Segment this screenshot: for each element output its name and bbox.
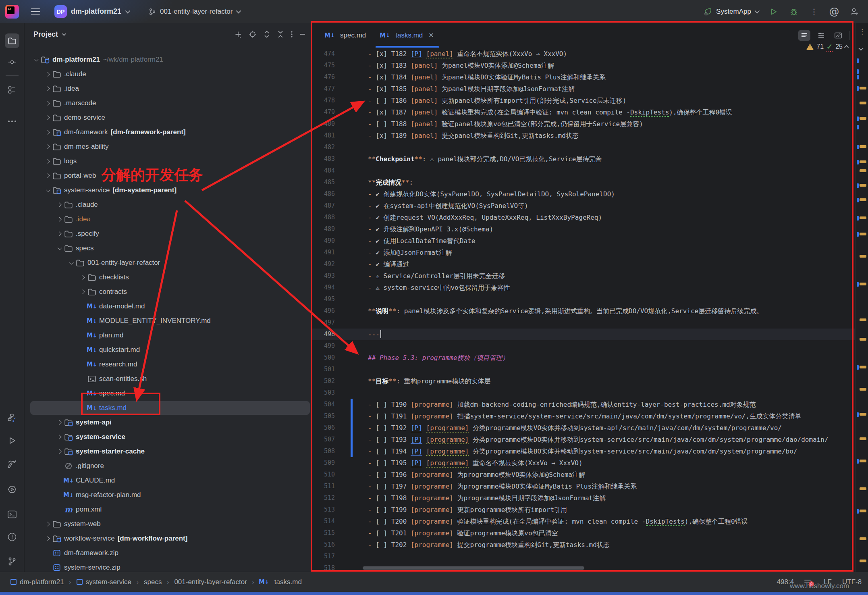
tree-item-.claude[interactable]: .claude: [25, 198, 311, 212]
project-switcher[interactable]: DP dm-platform21: [54, 5, 129, 18]
commit-tool-icon[interactable]: [5, 55, 19, 69]
editor-line-487[interactable]: 487- ✔ 在system-api中创建规范化VO(SysPanelVO等): [311, 200, 855, 212]
editor-line-493[interactable]: 493- ⚠ Service/Controller层引用未完全迁移: [311, 270, 855, 282]
tree-chevron-icon[interactable]: [43, 73, 52, 76]
stripe-change-mark[interactable]: [857, 145, 859, 149]
tree-item-.idea[interactable]: .idea: [25, 81, 311, 96]
tree-item-dm-mes-ability[interactable]: dm-mes-ability: [25, 139, 311, 154]
tab-spec.md[interactable]: M↓spec.md: [318, 23, 373, 48]
editor-line-482[interactable]: 482: [311, 141, 855, 153]
editor-line-476[interactable]: 476- [x] T184 [panel] 为panel模块DO实体验证MyBa…: [311, 71, 855, 83]
stripe-change-mark[interactable]: [857, 75, 859, 79]
tree-item-001-entity-layer-refactor[interactable]: 001-entity-layer-refactor: [25, 256, 311, 270]
breadcrumb-item-system-service[interactable]: system-service: [77, 578, 131, 586]
tree-item-dm-framework.zip[interactable]: dm-framework.zip: [25, 546, 311, 560]
breadcrumb-item-specs[interactable]: specs: [144, 578, 162, 586]
editor-line-485[interactable]: 485**完成情况**:: [311, 177, 855, 188]
stripe-change-mark[interactable]: [857, 86, 859, 91]
editor-line-478[interactable]: 478- [ ] T186 [panel] 更新panel模块所有import引…: [311, 95, 855, 106]
tree-item-CLAUDE.md[interactable]: M↓CLAUDE.md: [25, 473, 311, 488]
editor-line-488[interactable]: 488- ✔ 创建request VO(AddXxxReq, UpdateXxx…: [311, 212, 855, 223]
stripe-change-mark[interactable]: [857, 459, 859, 464]
run-button[interactable]: [769, 7, 779, 17]
tree-item-demo-service[interactable]: demo-service: [25, 110, 311, 125]
tree-item-data-model.md[interactable]: M↓data-model.md: [25, 299, 311, 314]
editor-line-496[interactable]: 496**说明**: panel模块涉及多个实体和复杂的Service逻辑,采用…: [311, 305, 855, 317]
editor-line-510[interactable]: 510- [ ] T196 [programme] 为programme模块VO…: [311, 469, 855, 481]
add-user-icon[interactable]: [849, 7, 859, 17]
stripe-change-mark[interactable]: [857, 117, 859, 121]
breadcrumb-item-001-entity-layer-refactor[interactable]: 001-entity-layer-refactor: [174, 578, 247, 586]
tree-chevron-icon[interactable]: [43, 160, 52, 163]
editor-line-474[interactable]: 474- [x] T182 [P] [panel] 重命名不规范实体(XxxVo…: [311, 48, 855, 60]
tree-chevron-icon[interactable]: [54, 218, 64, 221]
tree-item-portal-web[interactable]: portal-web: [25, 169, 311, 183]
tree-item-.gitignore[interactable]: .gitignore: [25, 459, 311, 473]
stripe-warning-mark[interactable]: [860, 283, 866, 285]
tree-chevron-icon[interactable]: [43, 87, 52, 90]
expand-all-icon[interactable]: [263, 30, 270, 38]
stripe-change-mark[interactable]: [857, 216, 859, 221]
locate-file-icon[interactable]: [249, 30, 257, 38]
panel-options-icon[interactable]: [291, 30, 293, 38]
tree-item-dm-platform21[interactable]: dm-platform21~/wk/dm-platform21: [25, 52, 311, 67]
add-icon[interactable]: [234, 30, 242, 38]
editor-line-498[interactable]: 498---: [311, 329, 855, 340]
stripe-warning-mark[interactable]: [860, 102, 866, 104]
code-area[interactable]: 474- [x] T182 [P] [panel] 重命名不规范实体(XxxVo…: [311, 48, 855, 572]
editor-line-495[interactable]: 495: [311, 293, 855, 305]
tree-chevron-icon[interactable]: [54, 232, 64, 235]
stripe-change-mark[interactable]: [857, 232, 859, 237]
editor-line-475[interactable]: 475- [x] T183 [panel] 为panel模块VO实体添加@Sch…: [311, 60, 855, 71]
tree-chevron-icon[interactable]: [43, 131, 52, 134]
editor-line-477[interactable]: 477- [x] T185 [panel] 为panel模块日期字段添加@Jso…: [311, 83, 855, 95]
stripe-change-mark[interactable]: [857, 282, 859, 287]
stripe-change-mark[interactable]: [857, 183, 859, 188]
tree-item-checklists[interactable]: checklists: [25, 270, 311, 285]
stripe-change-mark[interactable]: [857, 125, 859, 129]
breadcrumb-item-tasks.md[interactable]: M↓tasks.md: [260, 578, 302, 586]
vcs-branch-widget[interactable]: 001-entity-layer-refactor: [148, 8, 240, 16]
run-configuration-select[interactable]: SystemApp: [704, 7, 758, 16]
editor-line-516[interactable]: 516- [ ] T202 [programme] 提交programme模块重…: [311, 539, 855, 551]
tree-item-system-starter-cache[interactable]: system-starter-cache: [25, 444, 311, 459]
editor-line-508[interactable]: 508- [ ] T194 [P] [programme] 分类programm…: [311, 445, 855, 457]
tree-item-plan.md[interactable]: M↓plan.md: [25, 328, 311, 343]
tree-item-.marscode[interactable]: .marscode: [25, 96, 311, 110]
editor-line-512[interactable]: 512- [ ] T198 [programme] 为programme模块日期…: [311, 492, 855, 504]
tree-item-tasks.md[interactable]: M↓tasks.md: [25, 401, 311, 415]
git-tool-icon[interactable]: [5, 554, 19, 569]
editor-line-490[interactable]: 490- ✔ 使用LocalDateTime替代Date: [311, 235, 855, 247]
tree-chevron-icon[interactable]: [43, 522, 52, 526]
tree-item-MODULEENTITYINVENTORY.md[interactable]: M↓MODULE_ENTITY_INVENTORY.md: [25, 314, 311, 328]
tree-chevron-icon[interactable]: [43, 145, 52, 148]
editor-line-479[interactable]: 479- [x] T187 [panel] 验证模块重构完成(在全局编译中验证:…: [311, 106, 855, 118]
editor-line-499[interactable]: 499: [311, 340, 855, 352]
typo-widget-icon[interactable]: 0: [804, 578, 813, 586]
more-tools-icon[interactable]: [5, 114, 19, 129]
tree-item-quickstart.md[interactable]: M↓quickstart.md: [25, 343, 311, 357]
editor-line-507[interactable]: 507- [ ] T193 [P] [programme] 分类programm…: [311, 434, 855, 445]
editor-line-515[interactable]: 515- [ ] T201 [programme] 验证programme模块原…: [311, 527, 855, 539]
stripe-change-mark[interactable]: [857, 69, 859, 74]
hide-panel-icon[interactable]: [299, 30, 306, 38]
tree-item-.specify[interactable]: .specify: [25, 227, 311, 241]
tree-chevron-icon[interactable]: [43, 116, 52, 119]
view-split-button[interactable]: [815, 30, 827, 41]
tree-item-pom.xml[interactable]: mpom.xml: [25, 502, 311, 517]
stripe-change-mark[interactable]: [857, 198, 859, 202]
error-stripe[interactable]: ⋮: [855, 23, 868, 572]
breadcrumb[interactable]: dm-platform21›system-service›specs›001-e…: [0, 578, 302, 586]
tree-chevron-icon[interactable]: [54, 203, 64, 206]
project-tool-icon[interactable]: [5, 33, 19, 48]
tree-item-spec.md[interactable]: M↓spec.md: [25, 386, 311, 401]
more-actions-icon[interactable]: ⋮: [809, 7, 819, 17]
editor-line-517[interactable]: 517: [311, 551, 855, 562]
editor-line-494[interactable]: 494- ⚠ system-service中的vo包保留用于兼容性: [311, 282, 855, 293]
next-problem-icon[interactable]: [858, 46, 864, 51]
debug-button[interactable]: [789, 7, 799, 17]
tree-item-system-service[interactable]: system-service[dm-system-parent]: [25, 183, 311, 198]
tree-chevron-icon[interactable]: [78, 290, 87, 293]
editor-line-503[interactable]: 503: [311, 387, 855, 399]
run-tool-icon[interactable]: [5, 433, 19, 448]
